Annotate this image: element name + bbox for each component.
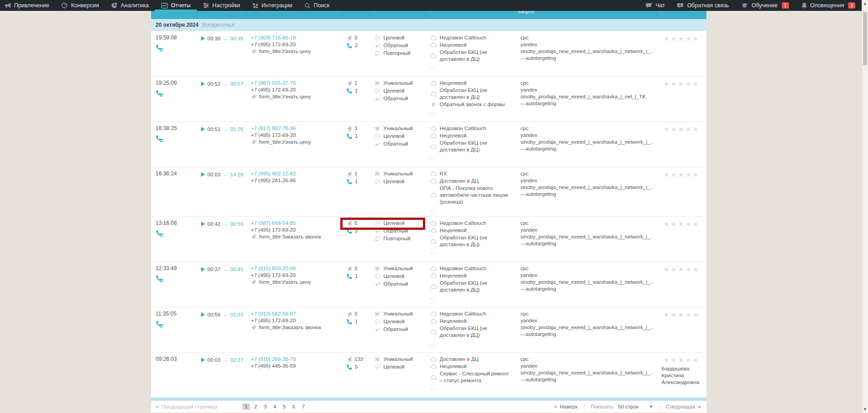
total-duration-link[interactable]: 01:25 [230, 126, 243, 133]
call-tag: Нецелевой [430, 272, 512, 279]
scroll-down-button[interactable]: ▼ [862, 406, 868, 413]
column-divider [425, 11, 426, 19]
source-info: cpcyandexsinoby_prodaja_new_exeed_|_wars… [516, 353, 656, 398]
nav-item-settings[interactable]: Настройки [203, 0, 240, 11]
expand-tags-link[interactable]: ... [430, 109, 512, 116]
expand-tags-link[interactable]: ... [430, 340, 512, 346]
form-tag: form_title:Узнать цену [251, 279, 338, 286]
table-row: 13:16:08 00:42 → 00:55 +7 (987) 668-54-8… [151, 216, 706, 262]
source-line: yandex [520, 227, 652, 233]
target-icon [374, 318, 380, 325]
phone-icon [346, 364, 353, 370]
tracked-phone-number: +7 (495) 281-35-86 [251, 177, 338, 184]
expand-tags-link[interactable]: ... [430, 294, 512, 301]
total-duration-link[interactable]: 00:45 [230, 266, 243, 273]
calls-count: 1 [346, 133, 366, 140]
expand-tags-link[interactable]: ... [430, 63, 512, 70]
total-duration-link[interactable]: 01:03 [230, 311, 243, 318]
source-line: yandex [520, 132, 652, 139]
rating-stars[interactable]: ★★★★★ [661, 81, 703, 87]
scroll-up-button[interactable]: ▲ [862, 0, 868, 7]
rating-stars[interactable]: ★★★★★ [661, 221, 703, 228]
phone-icon [346, 319, 353, 325]
rating-stars[interactable]: ★★★★★ [661, 311, 703, 318]
nav-item-chat[interactable]: Чат [646, 0, 665, 11]
caller-phone-link[interactable]: +7 (903) 716-85-18 [251, 34, 338, 41]
nav-item-notifications[interactable]: Оповещения3 [801, 0, 856, 11]
source-line: yandex [520, 272, 652, 279]
caller-phone-link[interactable]: +7 (995) 902-12-82 [251, 170, 338, 177]
expand-tags-link[interactable]: ... [430, 206, 512, 213]
visits-count: 1 [346, 80, 366, 87]
caller-phone-link[interactable]: +7 (987) 025-37-76 [251, 80, 338, 87]
source-line: cpc [520, 356, 652, 363]
total-duration-link[interactable]: 00:35 [230, 35, 243, 42]
play-record-button[interactable] [201, 312, 205, 317]
cloud-icon [430, 357, 437, 362]
expand-tags-link[interactable]: ... [430, 249, 512, 256]
play-record-button[interactable] [201, 36, 205, 41]
scrollbar-thumb[interactable] [863, 12, 867, 65]
call-time: 19:59:08 [156, 34, 193, 41]
nav-item-integrations[interactable]: Интеграции [252, 0, 292, 11]
divider [659, 403, 660, 410]
cloud-icon [430, 364, 437, 369]
source-line: sinoby_prodaja_new_exeed_|_warshavka_|_n… [520, 139, 652, 146]
expand-tags-link[interactable]: ... [430, 385, 512, 392]
total-duration-link[interactable]: 00:57 [230, 81, 243, 87]
arrow-right-icon: → [223, 126, 228, 133]
play-record-button[interactable] [201, 172, 205, 177]
source-line: ---autotargeting [520, 376, 652, 383]
rating-stars[interactable]: ★★★★★ [661, 171, 703, 178]
next-page-button[interactable]: Следующая ⇥ [666, 403, 701, 410]
call-type: Обратный [374, 281, 422, 287]
play-record-button[interactable] [201, 82, 205, 86]
call-type: Целевой [374, 273, 422, 280]
play-record-button[interactable] [201, 222, 205, 226]
horizontal-scrollbar[interactable] [151, 398, 706, 401]
vertical-scrollbar[interactable]: ▲ ▼ [862, 0, 868, 413]
cloud-icon [430, 43, 437, 48]
nav-item-reports[interactable]: Отчеты [161, 0, 191, 11]
page-button-5[interactable]: 5 [280, 403, 288, 410]
page-button-3[interactable]: 3 [261, 403, 269, 410]
visits-count: 3 [346, 34, 366, 41]
page-size-select[interactable]: 50 строк [618, 404, 653, 409]
caller-phone-link[interactable]: +7 (917) 862-78-96 [251, 125, 338, 132]
caller-phone-link[interactable]: +7 (987) 668-54-85 [251, 220, 338, 227]
expand-tags-link[interactable]: ... [430, 154, 512, 161]
total-duration-link[interactable]: 00:55 [230, 221, 243, 228]
talk-duration: 00:52 [207, 81, 221, 87]
play-record-button[interactable] [201, 358, 205, 362]
caller-phone-link[interactable]: +7 (916) 829-20-06 [251, 265, 338, 272]
scroll-to-top-button[interactable]: «Наверх [554, 404, 578, 409]
total-duration-link[interactable]: 14:29 [230, 171, 243, 178]
rating-stars[interactable]: ★★★★★ [661, 357, 703, 364]
nav-item-attraction[interactable]: Привлечение [5, 0, 49, 11]
play-record-button[interactable] [201, 127, 205, 131]
nav-item-analytics[interactable]: Аналитика [111, 0, 149, 11]
chevron-up-icon: « [553, 405, 558, 408]
source-line: yandex [520, 363, 652, 369]
page-button-7[interactable]: 7 [299, 403, 307, 410]
page-button-4[interactable]: 4 [271, 403, 279, 410]
target-icon [374, 273, 380, 280]
nav-item-feedback[interactable]: Обратная связь [677, 0, 729, 11]
caller-phone-link[interactable]: +7 (910) 266-38-79 [251, 356, 338, 363]
prev-page-button[interactable]: ⇤ Предыдущая страница [156, 403, 217, 410]
rating-stars[interactable]: ★★★★★ [661, 266, 703, 273]
column-divider [656, 11, 657, 19]
caller-phone-link[interactable]: +7 (912) 582-56-87 [251, 311, 338, 317]
page-button-6[interactable]: 6 [290, 403, 298, 410]
nav-item-conversion[interactable]: Конверсия [61, 0, 99, 11]
rating-stars[interactable]: ★★★★★ [661, 126, 703, 133]
play-record-button[interactable] [201, 267, 205, 272]
nav-item-search[interactable]: Поиск [304, 0, 329, 11]
page-button-1[interactable]: 1 [242, 403, 250, 410]
education-icon [741, 3, 748, 8]
header-query-column-label: Запрос [517, 11, 535, 14]
page-button-2[interactable]: 2 [252, 403, 260, 410]
rating-stars[interactable]: ★★★★★ [661, 35, 703, 42]
nav-item-education[interactable]: Обучение1 [741, 0, 789, 11]
total-duration-link[interactable]: 02:27 [230, 357, 243, 364]
